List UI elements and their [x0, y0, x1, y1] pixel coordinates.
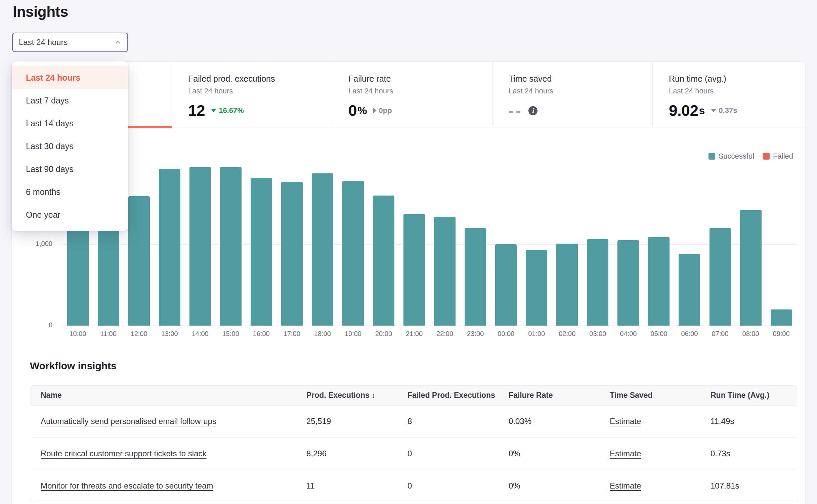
- stat-subtitle: Last 24 hours: [669, 87, 805, 95]
- bar-00:00[interactable]: [495, 244, 517, 326]
- stat-subtitle: Last 24 hours: [348, 87, 492, 95]
- x-tick: 08:00: [735, 330, 766, 338]
- bar-21:00[interactable]: [403, 214, 425, 326]
- failed-executions-cell: 0: [397, 437, 498, 470]
- workflow-link[interactable]: Route critical customer support tickets …: [41, 449, 207, 458]
- legend-item-successful[interactable]: Successful: [708, 152, 754, 161]
- y-tick: 1,000: [13, 240, 52, 248]
- stat-unit: s: [699, 104, 705, 117]
- menu-item-last-30-days[interactable]: Last 30 days: [12, 135, 128, 158]
- bar-16:00[interactable]: [251, 178, 272, 326]
- bar-09:00[interactable]: [771, 309, 792, 326]
- time-filter-menu: Last 24 hoursLast 7 daysLast 14 daysLast…: [12, 61, 128, 231]
- workflow-link[interactable]: Automatically send personalised email fo…: [41, 417, 216, 426]
- x-tick: 06:00: [674, 330, 705, 338]
- run-time-cell: 11.49s: [700, 405, 797, 437]
- stat-value: --: [509, 101, 523, 120]
- failed-executions-cell: 8: [397, 405, 498, 437]
- page-title: Insights: [13, 3, 68, 20]
- chart-xlabels: 10:0011:0012:0013:0014:0015:0016:0017:00…: [62, 330, 797, 338]
- x-tick: 00:00: [491, 330, 521, 338]
- menu-item-6-months[interactable]: 6 months: [12, 180, 128, 203]
- stat-card[interactable]: Failure rateLast 24 hours0%0pp: [332, 62, 492, 128]
- bar-20:00[interactable]: [373, 196, 394, 326]
- bar-03:00[interactable]: [587, 239, 608, 326]
- bar-04:00[interactable]: [617, 240, 639, 326]
- bar-11:00[interactable]: [98, 230, 119, 326]
- stat-title: Time saved: [509, 74, 652, 84]
- bar-10:00[interactable]: [67, 230, 89, 326]
- stat-value: 12: [188, 101, 205, 120]
- axis-baseline: [62, 326, 797, 326]
- failure-rate-cell: 0.03%: [498, 405, 599, 437]
- legend-swatch: [708, 153, 715, 160]
- estimate-link[interactable]: Estimate: [610, 481, 641, 490]
- chart-bars: [62, 151, 797, 326]
- y-tick: 0: [13, 321, 52, 329]
- menu-item-last-90-days[interactable]: Last 90 days: [12, 158, 128, 180]
- failed-executions-cell: 0: [397, 470, 498, 502]
- estimate-link[interactable]: Estimate: [610, 417, 641, 426]
- x-tick: 22:00: [430, 330, 460, 338]
- bar-06:00[interactable]: [679, 254, 700, 326]
- table-row: Automatically send personalised email fo…: [30, 405, 797, 437]
- column-header-run-time-avg-[interactable]: Run Time (Avg.): [700, 386, 797, 405]
- stats-row: Failed prod. executionsLast 24 hours1216…: [12, 62, 805, 128]
- x-tick: 20:00: [368, 330, 399, 338]
- bar-08:00[interactable]: [740, 210, 762, 326]
- bar-14:00[interactable]: [189, 167, 211, 326]
- column-header-time-saved[interactable]: Time Saved: [599, 386, 700, 405]
- stat-card[interactable]: Time savedLast 24 hours--i: [492, 62, 653, 128]
- stat-card[interactable]: Failed prod. executionsLast 24 hours1216…: [172, 62, 332, 128]
- prod-executions-cell: 8,296: [296, 437, 397, 470]
- column-header-prod-executions[interactable]: Prod. Executions↓: [296, 386, 397, 405]
- triangle-right-icon: [373, 108, 377, 113]
- workflow-table-head-row: NameProd. Executions↓Failed Prod. Execut…: [30, 386, 797, 405]
- triangle-down-icon: [211, 109, 216, 112]
- legend-swatch: [763, 153, 770, 160]
- bar-07:00[interactable]: [710, 228, 731, 326]
- menu-item-one-year[interactable]: One year: [12, 203, 128, 226]
- legend-item-failed[interactable]: Failed: [763, 152, 793, 161]
- menu-item-last-7-days[interactable]: Last 7 days: [12, 89, 128, 112]
- stat-card[interactable]: Run time (avg.)Last 24 hours9.02s0.37s: [653, 62, 805, 128]
- x-tick: 13:00: [154, 330, 185, 338]
- x-tick: 05:00: [644, 330, 674, 338]
- workflow-link[interactable]: Monitor for threats and escalate to secu…: [41, 481, 213, 490]
- column-header-name[interactable]: Name: [30, 386, 296, 405]
- prod-executions-cell: 25,519: [296, 405, 397, 437]
- bar-12:00[interactable]: [128, 196, 150, 326]
- insights-page: Insights Failed prod. executionsLast 24 …: [0, 0, 817, 504]
- stat-subtitle: Last 24 hours: [509, 87, 652, 95]
- stat-title: Run time (avg.): [669, 74, 805, 84]
- bar-13:00[interactable]: [159, 169, 180, 326]
- failure-rate-cell: 0%: [498, 470, 599, 502]
- bar-02:00[interactable]: [556, 244, 578, 326]
- sort-desc-icon: ↓: [372, 391, 375, 400]
- column-header-failure-rate[interactable]: Failure Rate: [498, 386, 599, 405]
- x-tick: 23:00: [460, 330, 491, 338]
- estimate-link[interactable]: Estimate: [610, 449, 641, 458]
- x-tick: 01:00: [521, 330, 552, 338]
- bar-01:00[interactable]: [526, 250, 547, 326]
- failure-rate-cell: 0%: [498, 437, 599, 470]
- stat-value: 0: [348, 101, 357, 120]
- bar-19:00[interactable]: [342, 181, 364, 326]
- workflow-table: NameProd. Executions↓Failed Prod. Execut…: [30, 385, 797, 502]
- bar-15:00[interactable]: [220, 167, 242, 326]
- bar-22:00[interactable]: [434, 217, 456, 326]
- bar-17:00[interactable]: [281, 182, 303, 326]
- menu-item-last-24-hours[interactable]: Last 24 hours: [12, 66, 128, 89]
- stat-title: Failed prod. executions: [188, 74, 332, 84]
- x-tick: 14:00: [185, 330, 215, 338]
- time-filter-select[interactable]: Last 24 hours: [12, 33, 128, 52]
- bar-18:00[interactable]: [312, 173, 333, 326]
- menu-item-last-14-days[interactable]: Last 14 days: [12, 112, 128, 135]
- column-header-failed-prod-executions[interactable]: Failed Prod. Executions: [397, 386, 498, 405]
- x-tick: 09:00: [766, 330, 797, 338]
- x-tick: 21:00: [399, 330, 430, 338]
- bar-05:00[interactable]: [648, 237, 670, 326]
- info-icon[interactable]: i: [528, 106, 538, 115]
- chart-legend: SuccessfulFailed: [708, 152, 793, 161]
- bar-23:00[interactable]: [465, 228, 486, 326]
